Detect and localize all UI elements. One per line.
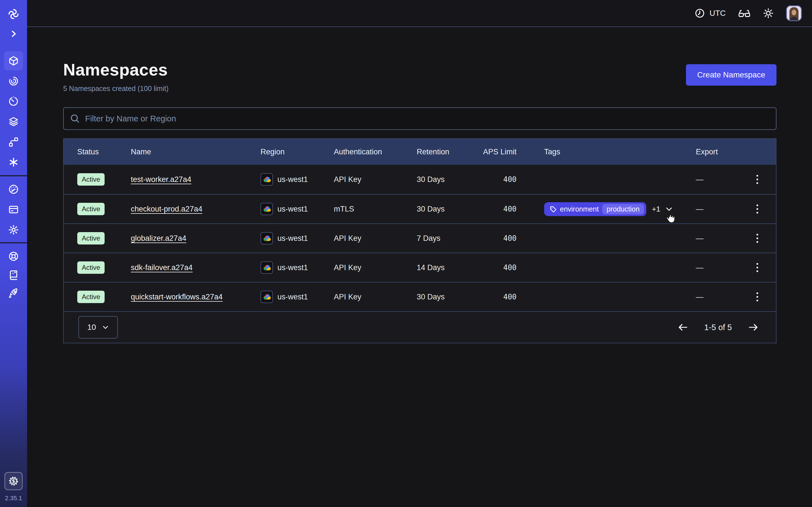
col-header-status: Status xyxy=(77,148,131,156)
life-buoy-icon xyxy=(8,251,19,262)
user-avatar[interactable] xyxy=(786,5,802,21)
arrow-left-icon xyxy=(677,322,689,333)
auth-value: API Key xyxy=(334,175,417,184)
tag-pill[interactable]: environment production xyxy=(544,202,646,216)
filter-bar xyxy=(63,107,776,130)
next-page-button[interactable] xyxy=(748,322,759,333)
namespaces-page: UTC xyxy=(0,0,812,507)
aps-limit-value: 400 xyxy=(480,263,516,272)
sidebar-item-namespaces[interactable] xyxy=(4,51,23,70)
sidebar-item-settings[interactable] xyxy=(8,224,19,235)
table-row: Active quickstart-workflows.a27a4 us-wes… xyxy=(64,282,776,311)
arrow-right-icon xyxy=(748,322,759,333)
status-badge: Active xyxy=(77,173,105,186)
page-size-value: 10 xyxy=(87,323,96,332)
sidebar-item-documentation[interactable] xyxy=(8,269,19,281)
retention-value: 30 Days xyxy=(417,293,480,301)
status-badge: Active xyxy=(77,262,105,274)
namespace-link[interactable]: test-worker.a27a4 xyxy=(131,175,192,184)
region-label: us-west1 xyxy=(277,263,308,272)
gcp-icon xyxy=(260,173,273,186)
page-subtitle: 5 Namespaces created (100 limit) xyxy=(63,84,168,93)
sidebar-item-getting-started[interactable] xyxy=(8,287,19,298)
status-badge: Active xyxy=(77,203,105,215)
sidebar-expand-button[interactable] xyxy=(9,29,18,38)
region-label: us-west1 xyxy=(277,205,308,214)
export-value: — xyxy=(696,263,752,272)
row-actions-menu-button[interactable] xyxy=(754,290,760,304)
table-row: Active globalizer.a27a4 us-west1 API Key… xyxy=(64,223,776,252)
sidebar-item-support[interactable] xyxy=(8,251,19,262)
region-label: us-west1 xyxy=(277,234,308,243)
tag-key: environment xyxy=(560,205,599,213)
namespaces-table: Status Name Region Authentication Retent… xyxy=(63,138,776,343)
aps-limit-value: 400 xyxy=(480,234,516,242)
aps-limit-value: 400 xyxy=(480,175,516,184)
row-actions-menu-button[interactable] xyxy=(754,231,760,245)
namespace-link[interactable]: globalizer.a27a4 xyxy=(131,234,186,242)
export-value: — xyxy=(696,205,752,214)
export-value: — xyxy=(696,293,752,301)
filter-input[interactable] xyxy=(63,107,776,130)
status-badge: Active xyxy=(77,232,105,244)
status-badge: Active xyxy=(77,291,105,303)
auth-value: mTLS xyxy=(334,205,417,214)
row-actions-menu-button[interactable] xyxy=(754,261,760,274)
gear-icon xyxy=(8,224,19,235)
tag-icon xyxy=(549,205,557,213)
col-header-tags: Tags xyxy=(516,148,696,156)
col-header-region: Region xyxy=(260,148,334,156)
gauge-icon xyxy=(8,184,19,195)
sidebar-item-billing[interactable] xyxy=(8,204,19,215)
chevron-down-icon[interactable] xyxy=(665,205,673,213)
retention-value: 30 Days xyxy=(417,175,480,184)
cube-icon xyxy=(8,55,19,66)
sidebar-item-schedules[interactable] xyxy=(8,96,19,107)
timer-icon xyxy=(8,96,19,107)
col-header-aps-limit: APS Limit xyxy=(480,148,516,156)
auth-value: API Key xyxy=(334,263,417,272)
row-actions-menu-button[interactable] xyxy=(754,173,760,186)
table-header-row: Status Name Region Authentication Retent… xyxy=(64,139,776,165)
gcp-icon xyxy=(260,291,273,303)
namespace-link[interactable]: checkout-prod.a27a4 xyxy=(131,205,202,213)
namespace-link[interactable]: sdk-failover.a27a4 xyxy=(131,263,193,272)
auth-value: API Key xyxy=(334,234,417,243)
table-row: Active checkout-prod.a27a4 us-west1 mTLS… xyxy=(64,194,776,223)
sidebar-item-workflows[interactable] xyxy=(8,75,19,87)
previous-page-button[interactable] xyxy=(677,322,689,333)
sidebar-item-usage[interactable] xyxy=(8,184,19,195)
chevron-right-icon xyxy=(9,29,18,38)
layers-icon xyxy=(8,116,19,127)
col-header-authentication: Authentication xyxy=(334,148,417,156)
ui-version: 2.35.1 xyxy=(0,495,27,502)
pagination-range: 1-5 of 5 xyxy=(704,323,732,332)
clock-icon xyxy=(695,8,705,18)
sidebar-item-nexus[interactable] xyxy=(8,136,19,148)
reading-glasses-icon[interactable] xyxy=(738,9,751,18)
namespace-link[interactable]: quickstart-workflows.a27a4 xyxy=(131,293,223,301)
col-header-export: Export xyxy=(696,148,752,156)
more-tags-label: +1 xyxy=(652,205,660,214)
region-label: us-west1 xyxy=(277,293,308,301)
temporal-logo[interactable] xyxy=(7,8,20,20)
row-actions-menu-button[interactable] xyxy=(754,202,760,216)
timezone-selector[interactable]: UTC xyxy=(695,8,726,18)
sun-icon[interactable] xyxy=(763,8,774,18)
sidebar-item-deployments[interactable] xyxy=(8,116,19,127)
page-size-select[interactable]: 10 xyxy=(79,316,118,339)
billing-card-icon xyxy=(8,204,19,215)
gcp-icon xyxy=(260,203,273,215)
tag-value: production xyxy=(602,204,644,214)
sidebar-item-batch-operations[interactable] xyxy=(8,157,19,168)
table-row: Active sdk-failover.a27a4 us-west1 API K… xyxy=(64,252,776,282)
table-footer: 10 1-5 of 5 xyxy=(64,311,776,343)
retention-value: 14 Days xyxy=(417,263,480,272)
gcp-icon xyxy=(260,262,273,274)
retention-value: 30 Days xyxy=(417,205,480,214)
pricing-button[interactable]: $ xyxy=(4,472,22,490)
page-title: Namespaces xyxy=(63,60,168,80)
tags-cell: environment production +1 xyxy=(516,202,696,216)
workflow-branch-icon xyxy=(8,136,19,148)
create-namespace-button[interactable]: Create Namespace xyxy=(686,64,776,86)
